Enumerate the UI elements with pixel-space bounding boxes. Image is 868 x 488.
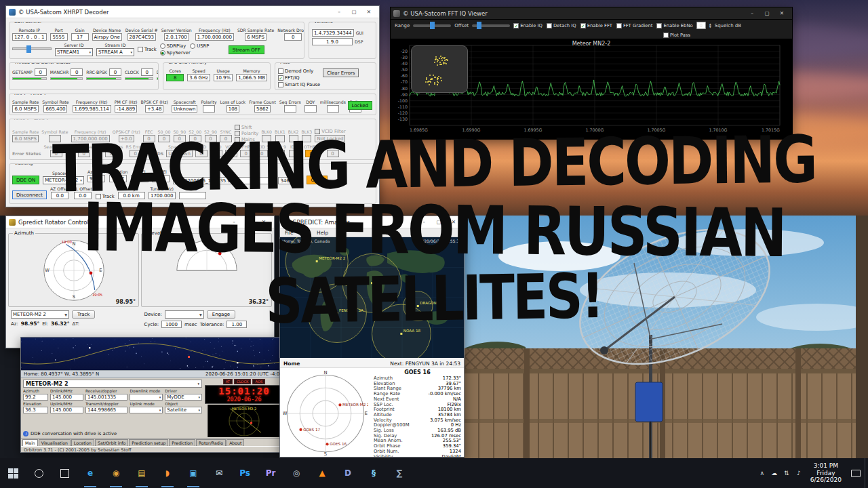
minimize-button[interactable]: – xyxy=(332,7,347,18)
taskbar-app-obs[interactable]: ◎ xyxy=(283,458,309,488)
field-value[interactable]: 127. 0 . 0 . 1 xyxy=(12,33,47,41)
gpredict-titlebar[interactable]: GPREDICT: Amateur – ▢ ✕ xyxy=(280,216,464,228)
ahrpt-checkbox[interactable]: Mains xyxy=(235,137,258,142)
fft-option-checkbox[interactable]: ✓Enable FFT xyxy=(580,23,612,28)
maximize-button[interactable]: ▢ xyxy=(347,7,361,18)
orbitron-tab[interactable]: Prediction xyxy=(169,439,195,446)
gain-slider[interactable] xyxy=(12,47,52,50)
close-button[interactable]: ✕ xyxy=(361,7,376,18)
orbitron-tab[interactable]: Prediction setup xyxy=(129,439,168,446)
engage-button[interactable]: Engage xyxy=(207,310,235,319)
server-id-select[interactable]: STREAM1▾ xyxy=(55,48,93,56)
field-value[interactable]: 287C4C93 xyxy=(127,33,157,41)
taskbar-app-firefox[interactable]: ◗ xyxy=(155,458,180,488)
taskbar-app-photos[interactable]: ▣ xyxy=(180,458,206,488)
maximize-button[interactable]: ▢ xyxy=(241,217,256,228)
fft-titlebar[interactable]: © USA-Satcom FFT IQ Viewer – ▢ ✕ xyxy=(391,7,792,20)
sdr-type-radio[interactable]: USRP xyxy=(190,43,209,49)
spinner-arrows[interactable]: ▲▼ xyxy=(709,23,711,28)
satellite-marker[interactable] xyxy=(400,333,402,335)
fft-option-checkbox[interactable]: ✓Enable IQ xyxy=(513,23,542,28)
taskbar-app-chrome[interactable]: ◉ xyxy=(103,458,129,488)
close-button[interactable]: ✕ xyxy=(446,217,461,228)
clock-mode-button[interactable]: CLOCK xyxy=(234,379,251,384)
az-offset-input[interactable]: 0.0 xyxy=(51,192,68,199)
tolerance-input[interactable]: 1.00 xyxy=(226,321,247,328)
tray-icon-volume[interactable]: ♪ xyxy=(793,470,805,476)
field-value[interactable]: 145.001335 xyxy=(85,394,128,401)
close-button[interactable]: ✕ xyxy=(774,8,789,19)
taskbar-app-mail[interactable]: ✉ xyxy=(206,458,232,488)
capture-file-path[interactable]: ...\20200626_185535.bin xyxy=(173,177,275,184)
rotator-sat-select[interactable]: METEOR-M2 2▾ xyxy=(11,310,69,319)
rotator-titlebar[interactable]: Gpredict Rotator Control – ▢ ✕ xyxy=(6,216,274,228)
field-value[interactable]: 36.3 xyxy=(23,407,48,413)
close-button[interactable]: ✕ xyxy=(256,217,271,228)
vcid-filter-checkbox[interactable]: VCID Filter xyxy=(315,129,346,134)
field-value[interactable]: MyDDE xyxy=(165,394,202,401)
taskbar-app-file-explorer[interactable]: ▤ xyxy=(129,458,155,488)
tracking-track-checkbox[interactable]: Track xyxy=(96,194,115,199)
field-value[interactable]: 145.000 xyxy=(50,394,83,401)
satellite-marker[interactable] xyxy=(336,312,338,314)
disconnect-button[interactable]: Disconnect xyxy=(12,190,47,199)
orbitron-tab[interactable]: Main xyxy=(22,439,38,446)
offset-slider[interactable] xyxy=(472,24,510,27)
taskbar-app-sdrsharp[interactable]: § xyxy=(361,458,387,488)
show-desktop-button[interactable] xyxy=(865,458,868,488)
menu-item[interactable]: Help xyxy=(314,230,331,236)
sdr-type-radio[interactable]: ● SpyServer xyxy=(160,50,191,56)
field-value[interactable]: 145.000 xyxy=(50,407,83,413)
cycle-input[interactable]: 1000 xyxy=(161,321,182,328)
field-value[interactable]: 6 MSPS xyxy=(245,33,267,41)
fft-option-checkbox[interactable]: Enable EbNo xyxy=(656,23,692,28)
action-center-icon[interactable] xyxy=(847,458,865,488)
orbitron-tab[interactable]: Rotor/Radio xyxy=(196,439,226,446)
field-value[interactable]: 2.0.1700 xyxy=(164,33,189,41)
task-view-icon[interactable] xyxy=(52,458,77,488)
field-value[interactable]: 5555 xyxy=(50,33,68,41)
field-value[interactable]: Airspy One xyxy=(92,33,122,41)
taskbar-app-vlc[interactable]: ▲ xyxy=(309,458,335,488)
dde-button[interactable]: DDE ON xyxy=(12,176,39,184)
menu-item[interactable]: File xyxy=(282,230,296,236)
field-value[interactable]: 1,700,000.000 xyxy=(195,33,234,41)
field-value[interactable] xyxy=(130,407,163,413)
maximize-button[interactable]: ▢ xyxy=(760,8,774,19)
fft-option-checkbox[interactable]: Detach IQ xyxy=(547,23,576,28)
decoder-titlebar[interactable]: © USA-Satcom XHRPT Decoder – ▢ ✕ xyxy=(6,6,379,18)
misc-checkbox[interactable]: Demod Only xyxy=(278,68,320,74)
field-value[interactable] xyxy=(130,394,163,401)
menu-item[interactable]: Edit xyxy=(298,230,313,236)
track-checkbox[interactable]: Track xyxy=(138,47,157,52)
taskbar-clock[interactable]: 3:01 PM Friday 6/26/2020 xyxy=(805,462,847,484)
el-offset-input[interactable]: 0.0 xyxy=(74,192,92,199)
field-value[interactable]: 17 xyxy=(71,33,89,41)
taskbar-app-calculator[interactable]: ∑ xyxy=(387,458,412,488)
misc-checkbox[interactable]: ✓FFT/IQ xyxy=(278,75,320,81)
satellite-marker[interactable] xyxy=(371,282,373,284)
polar-satellite-marker[interactable] xyxy=(338,403,341,406)
taskbar-app-edge[interactable]: e xyxy=(77,458,103,488)
tray-icon-network[interactable]: ⇅ xyxy=(781,470,793,476)
orbitron-tab[interactable]: About xyxy=(226,439,244,446)
field-value[interactable]: 99.2 xyxy=(23,394,48,401)
start-button[interactable] xyxy=(0,458,26,488)
field-value[interactable]: 0 xyxy=(284,33,302,41)
fft-option-checkbox[interactable]: FFT Gradient xyxy=(616,23,653,28)
minimize-button[interactable]: – xyxy=(416,217,431,228)
ahrpt-checkbox[interactable]: Polarity xyxy=(235,131,258,136)
squelch-input[interactable]: 0 xyxy=(696,22,706,29)
orbitron-tab[interactable]: Visualisation xyxy=(39,439,71,446)
stream-id-select[interactable]: STREAM A▾ xyxy=(96,48,134,56)
orbitron-sat-select[interactable]: METEOR-M2 2▾ xyxy=(23,380,202,388)
clock-mode-button[interactable]: AOS xyxy=(252,379,265,384)
maximize-button[interactable]: ▢ xyxy=(431,217,446,228)
tray-icon-onedrive[interactable]: ☁ xyxy=(768,470,781,476)
spacecraft-select[interactable]: METEOR-M2.2▾ xyxy=(43,176,83,184)
polar-satellite-marker[interactable] xyxy=(299,428,302,431)
polar-satellite-marker[interactable] xyxy=(326,443,328,445)
tune-input[interactable]: 1700.000 xyxy=(149,192,176,199)
orbitron-tab[interactable]: Sat/Orbit info xyxy=(95,439,128,446)
misc-checkbox[interactable]: Smart IQ Pause xyxy=(278,82,320,87)
